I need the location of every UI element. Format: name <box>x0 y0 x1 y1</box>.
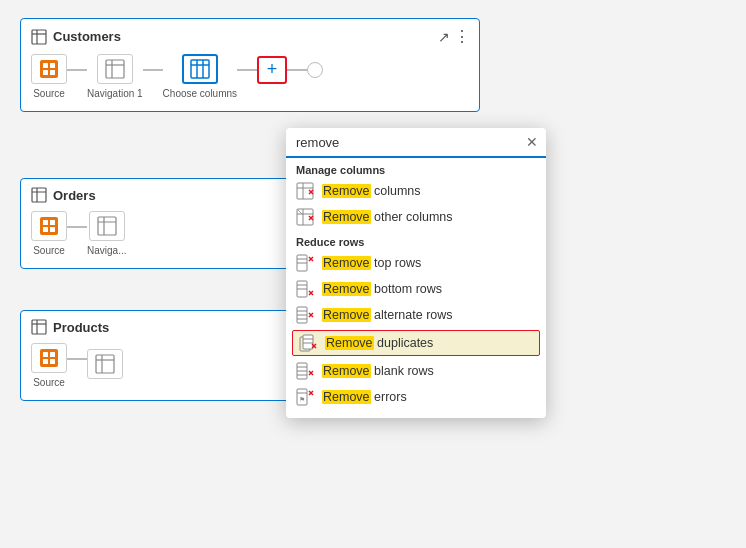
orders-source-step[interactable]: Source <box>31 211 67 256</box>
remove-blank-rows-item[interactable]: Remove blank rows <box>286 358 546 384</box>
connector <box>67 226 87 228</box>
svg-rect-32 <box>43 359 48 364</box>
svg-rect-33 <box>50 359 55 364</box>
svg-rect-3 <box>40 60 58 78</box>
svg-text:⚑: ⚑ <box>299 396 305 403</box>
connector <box>67 358 87 360</box>
products-source-step[interactable]: Source <box>31 343 67 388</box>
collapse-icon[interactable]: ↗ <box>438 29 450 45</box>
remove-columns-item[interactable]: Remove columns <box>286 178 546 204</box>
svg-rect-11 <box>191 60 209 78</box>
source-icon <box>38 215 60 237</box>
remove-duplicates-icon <box>299 334 317 352</box>
choose-columns-label: Choose columns <box>163 88 237 99</box>
more-options-icon[interactable]: ⋮ <box>454 27 469 46</box>
clear-search-button[interactable]: ✕ <box>526 134 538 150</box>
nav-icon <box>94 353 116 375</box>
svg-rect-26 <box>32 320 46 334</box>
remove-errors-text: Remove errors <box>322 390 407 404</box>
orders-nav-label: Naviga... <box>87 245 126 256</box>
connector <box>287 69 307 71</box>
svg-rect-15 <box>32 188 46 202</box>
choose-columns-step[interactable]: Choose columns <box>163 54 237 99</box>
products-nav-step[interactable] <box>87 349 123 383</box>
remove-top-rows-icon <box>296 254 314 272</box>
products-source-label: Source <box>33 377 65 388</box>
remove-columns-text: Remove columns <box>322 184 421 198</box>
remove-top-rows-item[interactable]: Remove top rows <box>286 250 546 276</box>
search-row: ✕ <box>286 128 546 158</box>
svg-rect-31 <box>50 352 55 357</box>
remove-other-columns-text: Remove other columns <box>322 210 453 224</box>
remove-other-columns-icon <box>296 208 314 226</box>
svg-rect-0 <box>32 30 46 44</box>
svg-rect-19 <box>43 220 48 225</box>
connector <box>67 69 87 71</box>
svg-rect-34 <box>96 355 114 373</box>
remove-blank-rows-text: Remove blank rows <box>322 364 434 378</box>
svg-rect-5 <box>50 63 55 68</box>
table-icon <box>31 29 47 45</box>
remove-alternate-rows-icon <box>296 306 314 324</box>
search-dropdown: ✕ Manage columns Remove columns <box>286 128 546 418</box>
svg-rect-23 <box>98 217 116 235</box>
connector <box>143 69 163 71</box>
remove-columns-icon <box>296 182 314 200</box>
svg-rect-20 <box>50 220 55 225</box>
remove-errors-icon: ⚑ <box>296 388 314 406</box>
remove-alternate-rows-item[interactable]: Remove alternate rows <box>286 302 546 328</box>
manage-columns-label: Manage columns <box>286 158 546 178</box>
svg-rect-65 <box>303 335 313 349</box>
svg-rect-30 <box>43 352 48 357</box>
remove-bottom-rows-icon <box>296 280 314 298</box>
navigation-step[interactable]: Navigation 1 <box>87 54 143 99</box>
orders-card: Orders Source <box>20 178 300 269</box>
svg-rect-8 <box>106 60 124 78</box>
nav-icon <box>104 58 126 80</box>
orders-source-label: Source <box>33 245 65 256</box>
remove-duplicates-text: Remove duplicates <box>325 336 433 350</box>
orders-nav-step[interactable]: Naviga... <box>87 211 126 256</box>
svg-line-47 <box>297 209 302 214</box>
table-icon <box>31 187 47 203</box>
remove-duplicates-item[interactable]: Remove duplicates <box>292 330 540 356</box>
remove-alternate-rows-text: Remove alternate rows <box>322 308 453 322</box>
table-icon <box>31 319 47 335</box>
end-circle <box>307 62 323 78</box>
add-step-button[interactable]: + <box>257 56 287 84</box>
svg-rect-6 <box>43 70 48 75</box>
products-title: Products <box>53 320 109 335</box>
nav-icon <box>96 215 118 237</box>
source-label: Source <box>33 88 65 99</box>
svg-rect-21 <box>43 227 48 232</box>
svg-rect-7 <box>50 70 55 75</box>
remove-top-rows-text: Remove top rows <box>322 256 421 270</box>
remove-bottom-rows-item[interactable]: Remove bottom rows <box>286 276 546 302</box>
orders-title: Orders <box>53 188 96 203</box>
connector <box>237 69 257 71</box>
remove-blank-rows-icon <box>296 362 314 380</box>
source-icon <box>38 58 60 80</box>
products-card: Products Source <box>20 310 300 401</box>
navigation-label: Navigation 1 <box>87 88 143 99</box>
search-input[interactable] <box>296 135 520 150</box>
remove-bottom-rows-text: Remove bottom rows <box>322 282 442 296</box>
choose-cols-icon <box>189 58 211 80</box>
svg-rect-4 <box>43 63 48 68</box>
source-step[interactable]: Source <box>31 54 67 99</box>
remove-errors-item[interactable]: ⚑ Remove errors <box>286 384 546 410</box>
svg-rect-22 <box>50 227 55 232</box>
remove-other-columns-item[interactable]: Remove other columns <box>286 204 546 230</box>
reduce-rows-label: Reduce rows <box>286 230 546 250</box>
customers-title: Customers <box>53 29 121 44</box>
customers-card: Customers ↗ ⋮ Source <box>20 18 480 112</box>
svg-rect-29 <box>40 349 58 367</box>
svg-rect-18 <box>40 217 58 235</box>
source-icon <box>38 347 60 369</box>
